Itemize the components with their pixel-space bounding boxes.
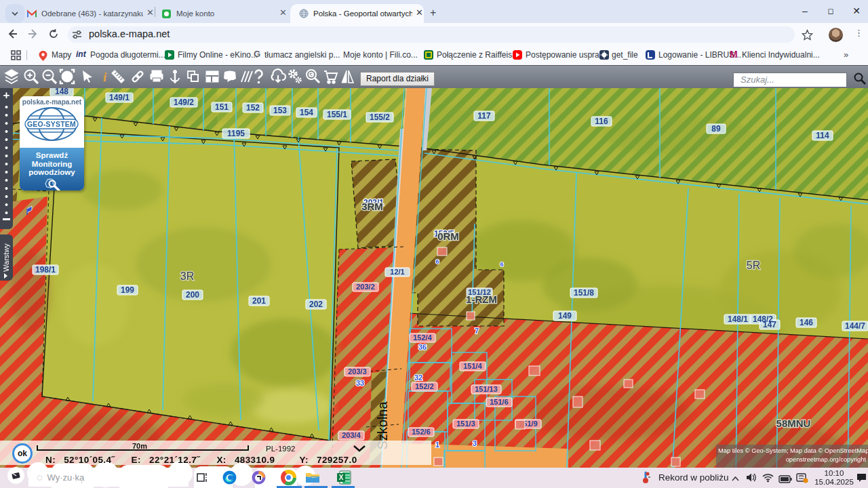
- svg-text:148: 148: [55, 88, 68, 96]
- svg-text:152/4: 152/4: [413, 333, 432, 342]
- svg-text:203/2: 203/2: [356, 283, 375, 291]
- svg-text:5R: 5R: [747, 260, 760, 271]
- svg-text:PL-1992: PL-1992: [266, 445, 295, 453]
- svg-text:151/3: 151/3: [456, 420, 475, 428]
- svg-text:153: 153: [273, 106, 287, 115]
- svg-text:202: 202: [309, 300, 323, 309]
- svg-text:151/4: 151/4: [463, 362, 482, 370]
- svg-text:116: 116: [595, 117, 608, 126]
- svg-text:117: 117: [477, 111, 491, 121]
- svg-text:1-RZM: 1-RZM: [466, 293, 497, 305]
- svg-text:33: 33: [356, 379, 364, 387]
- svg-text:6: 6: [435, 258, 439, 265]
- svg-text:151/13: 151/13: [475, 385, 498, 393]
- svg-text:203/3: 203/3: [348, 367, 367, 375]
- svg-text:151: 151: [215, 102, 229, 112]
- svg-text:X: X: [339, 474, 344, 481]
- svg-text:149: 149: [558, 311, 572, 321]
- svg-text:155/2: 155/2: [370, 113, 390, 122]
- svg-text:151/6: 151/6: [490, 398, 509, 406]
- svg-text:152/6: 152/6: [412, 428, 431, 436]
- svg-text:201: 201: [252, 296, 266, 306]
- svg-text:i: i: [103, 70, 107, 84]
- svg-text:89: 89: [711, 124, 721, 134]
- svg-text:7: 7: [475, 327, 479, 335]
- svg-text:1: 1: [435, 441, 439, 449]
- svg-text:152/2: 152/2: [415, 382, 434, 390]
- svg-text:147: 147: [763, 320, 776, 329]
- svg-text:6: 6: [500, 261, 503, 268]
- svg-text:199: 199: [121, 285, 134, 295]
- svg-text:151/8: 151/8: [574, 288, 594, 298]
- svg-text:149/2: 149/2: [174, 98, 194, 107]
- svg-text:0RM: 0RM: [437, 230, 459, 242]
- svg-text:152: 152: [246, 103, 260, 113]
- svg-text:32: 32: [414, 373, 422, 382]
- svg-text:58MNU: 58MNU: [776, 418, 811, 429]
- svg-text:114: 114: [816, 131, 829, 140]
- svg-text:70m: 70m: [132, 442, 147, 450]
- svg-text:3RM: 3RM: [361, 201, 383, 212]
- svg-text:146: 146: [800, 318, 813, 327]
- svg-text:GEO-SYSTEM: GEO-SYSTEM: [27, 120, 76, 128]
- svg-text:36: 36: [418, 343, 427, 351]
- svg-text:3: 3: [473, 439, 477, 447]
- svg-text:149/1: 149/1: [109, 93, 130, 102]
- svg-text:12/1: 12/1: [390, 268, 404, 276]
- svg-text:148/1: 148/1: [728, 314, 748, 324]
- svg-text:155/1: 155/1: [327, 110, 347, 119]
- svg-text:198/1: 198/1: [35, 265, 56, 274]
- svg-text:200: 200: [186, 290, 199, 300]
- svg-text:3R: 3R: [180, 270, 194, 282]
- svg-text:144/7: 144/7: [845, 321, 865, 331]
- svg-text:203/4: 203/4: [342, 431, 361, 439]
- svg-text:1195: 1195: [227, 129, 245, 138]
- svg-text:154: 154: [300, 108, 313, 117]
